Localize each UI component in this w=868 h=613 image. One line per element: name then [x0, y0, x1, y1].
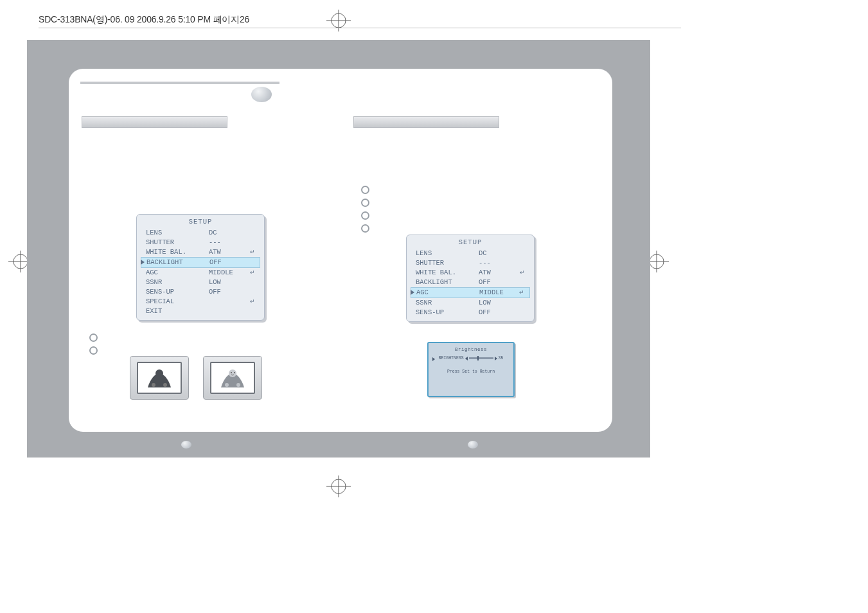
setup-row-label: SSNR	[416, 298, 479, 308]
svg-point-13	[155, 369, 163, 377]
bullet-ring-icon	[361, 199, 369, 207]
bullet-ring-icon	[361, 186, 369, 194]
setup-row-label: SENS-UP	[416, 308, 479, 317]
page-spread: SETUP LENSDCSHUTTER---WHITE BAL.ATW↵BACK…	[27, 40, 650, 458]
setup-row-label: WHITE BAL.	[146, 247, 209, 257]
setup-row-label: SHUTTER	[146, 238, 209, 247]
blc-on-illustration	[203, 356, 262, 400]
setup-row-value: OFF	[209, 287, 255, 297]
setup-row-value: OFF	[209, 258, 254, 267]
setup-row-label: AGC	[146, 268, 209, 278]
left-section-heading-bar	[82, 116, 227, 128]
svg-point-19	[234, 372, 235, 373]
setup-row-value: MIDDLE	[479, 288, 518, 298]
setup-row-label: WHITE BAL.	[416, 268, 479, 278]
setup-menu-row: BACKLIGHTOFF	[141, 257, 260, 268]
prepress-slug: SDC-313BNA(영)-06. 09 2006.9.26 5:10 PM 페…	[39, 14, 249, 26]
setup-menu-row: SSNRLOW	[407, 298, 534, 308]
crop-mark-bottom	[321, 475, 357, 497]
right-page: SETUP LENSDCSHUTTER---WHITE BAL.ATW↵BACK…	[341, 69, 612, 432]
svg-point-17	[229, 369, 236, 377]
bullet-ring-icon	[361, 224, 369, 233]
setup-menu-row: SENS-UPOFF	[407, 308, 534, 317]
svg-point-21	[236, 383, 240, 387]
svg-point-18	[231, 372, 232, 373]
setup-row-value: DC	[209, 228, 255, 238]
setup-row-label: EXIT	[146, 306, 209, 316]
right-page-number-orb	[468, 441, 478, 449]
setup-row-value: OFF	[479, 308, 525, 317]
setup-row-value	[209, 297, 249, 306]
svg-point-14	[152, 383, 155, 387]
setup-row-label: BACKLIGHT	[146, 258, 209, 267]
brightness-label: BRIGHTNESS	[439, 356, 464, 360]
brightness-track	[469, 357, 493, 359]
left-bullet-column	[89, 332, 98, 356]
left-page-number-orb	[181, 441, 191, 449]
setup-row-value: OFF	[479, 278, 525, 287]
prepress-slug-rule	[39, 28, 681, 28]
setup-menu-row: SHUTTER---	[407, 258, 534, 268]
setup-menu-row: WHITE BAL.ATW↵	[137, 247, 264, 257]
left-chapter-rule	[80, 82, 279, 84]
setup-row-value: ATW	[479, 268, 518, 278]
setup-row-value	[209, 306, 255, 316]
brightness-title: Brightness	[429, 347, 513, 352]
enter-icon: ↵	[249, 247, 255, 257]
setup-row-value: ATW	[209, 247, 249, 257]
setup-menu-row: SPECIAL↵	[137, 297, 264, 306]
setup-menu-row: BACKLIGHTOFF	[407, 278, 534, 287]
setup-menu-right-title: SETUP	[407, 238, 534, 247]
setup-menu-row: EXIT	[137, 306, 264, 316]
right-section-heading-bar	[353, 116, 499, 128]
setup-row-value: MIDDLE	[209, 268, 249, 278]
brightness-left-arrow-icon	[465, 357, 468, 360]
brightness-submenu: Brightness BRIGHTNESS 35 Press Set to Re…	[427, 342, 515, 397]
chapter-number-orb	[251, 87, 272, 102]
enter-icon: ↵	[249, 268, 255, 278]
setup-menu-left: SETUP LENSDCSHUTTER---WHITE BAL.ATW↵BACK…	[136, 214, 265, 321]
enter-icon: ↵	[518, 268, 525, 278]
bullet-ring-icon	[361, 211, 369, 220]
setup-row-value: LOW	[479, 298, 525, 308]
setup-row-label: SENS-UP	[146, 287, 209, 297]
brightness-row: BRIGHTNESS 35	[429, 356, 513, 360]
setup-menu-left-title: SETUP	[137, 217, 264, 227]
setup-menu-right: SETUP LENSDCSHUTTER---WHITE BAL.ATW↵BACK…	[406, 235, 535, 322]
setup-row-label: SSNR	[146, 278, 209, 287]
setup-row-label: BACKLIGHT	[416, 278, 479, 287]
setup-menu-row: LENSDC	[137, 228, 264, 238]
setup-menu-row: WHITE BAL.ATW↵	[407, 268, 534, 278]
setup-row-value: ---	[209, 238, 255, 247]
brightness-value: 35	[499, 356, 504, 360]
setup-row-value: ---	[479, 258, 525, 268]
setup-menu-row: SHUTTER---	[137, 238, 264, 247]
right-bullet-column	[361, 184, 369, 234]
enter-icon: ↵	[518, 288, 524, 298]
svg-point-20	[225, 383, 229, 387]
blc-example-row	[130, 356, 262, 400]
setup-row-label: AGC	[416, 288, 479, 298]
setup-menu-row: AGCMIDDLE↵	[137, 268, 264, 278]
setup-row-label: SHUTTER	[416, 258, 479, 268]
setup-row-value: LOW	[209, 278, 255, 287]
brightness-tick	[477, 356, 479, 360]
bullet-ring-icon	[89, 346, 98, 355]
setup-menu-row: SENS-UPOFF	[137, 287, 264, 297]
setup-row-label: SPECIAL	[146, 297, 209, 306]
left-page: SETUP LENSDCSHUTTER---WHITE BAL.ATW↵BACK…	[69, 69, 341, 432]
setup-menu-row: SSNRLOW	[137, 278, 264, 287]
setup-row-value: DC	[479, 249, 525, 258]
setup-row-label: LENS	[416, 249, 479, 258]
brightness-return-hint: Press Set to Return	[429, 369, 513, 374]
enter-icon: ↵	[249, 297, 255, 306]
svg-point-15	[163, 383, 167, 387]
setup-row-label: LENS	[146, 228, 209, 238]
blc-off-illustration	[130, 356, 189, 400]
setup-menu-row: LENSDC	[407, 249, 534, 258]
setup-menu-row: AGCMIDDLE↵	[411, 287, 530, 298]
bullet-ring-icon	[89, 333, 98, 342]
brightness-right-arrow-icon	[495, 357, 497, 360]
